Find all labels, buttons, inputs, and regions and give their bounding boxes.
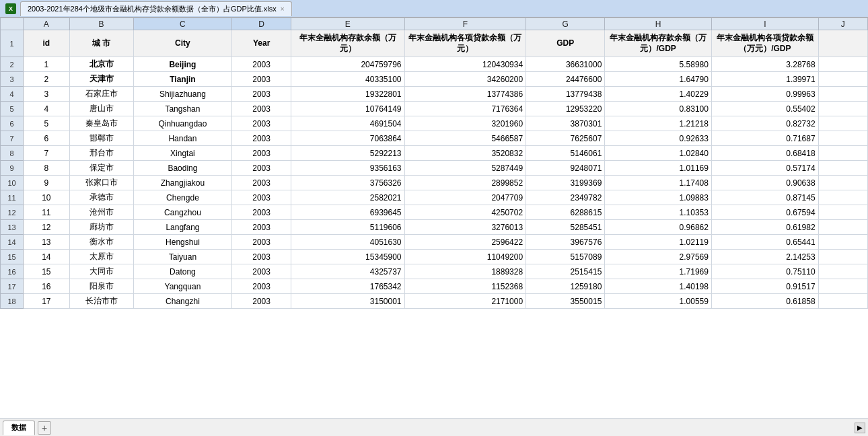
cell-d[interactable]: 2003 [232, 116, 291, 131]
cell-e[interactable]: 204759796 [291, 57, 404, 72]
cell-f[interactable]: 5287449 [404, 161, 526, 176]
cell-g[interactable]: 7625607 [526, 131, 605, 146]
cell-g[interactable]: 5157089 [526, 250, 605, 264]
cell-i[interactable]: 3.28768 [711, 57, 818, 72]
cell-h[interactable]: 1.09883 [605, 190, 712, 205]
cell-a[interactable]: 5 [24, 116, 69, 131]
cell-c[interactable]: Tangshan [133, 102, 231, 116]
cell-e[interactable]: 9356163 [291, 161, 404, 176]
cell-f[interactable]: 2171000 [404, 294, 526, 309]
cell-f[interactable]: 11049200 [404, 250, 526, 264]
cell-b[interactable]: 长治市市 [69, 294, 133, 309]
cell-i[interactable]: 0.87145 [711, 190, 818, 205]
cell-f[interactable]: 7176364 [404, 102, 526, 116]
cell-c[interactable]: Changzhi [133, 294, 231, 309]
cell-a[interactable]: 16 [24, 279, 69, 294]
cell-h[interactable]: 2.97569 [605, 250, 712, 264]
cell-e[interactable]: 4325737 [291, 264, 404, 279]
cell-d[interactable]: 2003 [232, 146, 291, 161]
cell-h[interactable]: 1.10353 [605, 205, 712, 220]
cell-e[interactable]: 4051630 [291, 235, 404, 250]
cell-a[interactable]: 3 [24, 87, 69, 102]
cell-f[interactable]: 3276013 [404, 220, 526, 235]
cell-e[interactable]: 15345900 [291, 250, 404, 264]
cell-h[interactable]: 5.58980 [605, 57, 712, 72]
cell-g[interactable]: 24476600 [526, 72, 605, 87]
cell-h[interactable]: 0.83100 [605, 102, 712, 116]
cell-a[interactable]: 12 [24, 220, 69, 235]
cell-a[interactable]: 14 [24, 250, 69, 264]
col-header-e[interactable]: E [291, 18, 404, 30]
cell-h[interactable]: 1.40229 [605, 87, 712, 102]
cell-a[interactable]: 7 [24, 146, 69, 161]
col-header-f[interactable]: F [404, 18, 526, 30]
close-tab-button[interactable]: × [281, 5, 285, 13]
cell-a[interactable]: 8 [24, 161, 69, 176]
cell-f[interactable]: 13774386 [404, 87, 526, 102]
cell-d[interactable]: 2003 [232, 220, 291, 235]
cell-f[interactable]: 34260200 [404, 72, 526, 87]
cell-f[interactable]: 3201960 [404, 116, 526, 131]
cell-g[interactable]: 13779438 [526, 87, 605, 102]
cell-d[interactable]: 2003 [232, 190, 291, 205]
cell-e[interactable]: 5119606 [291, 220, 404, 235]
cell-d[interactable]: 2003 [232, 57, 291, 72]
cell-i[interactable]: 1.39971 [711, 72, 818, 87]
cell-e[interactable]: 2582021 [291, 190, 404, 205]
cell-h[interactable]: 1.71969 [605, 264, 712, 279]
cell-b[interactable]: 邯郸市 [69, 131, 133, 146]
cell-c[interactable]: Shijiazhuang [133, 87, 231, 102]
col-header-d[interactable]: D [232, 18, 291, 30]
cell-a[interactable]: 6 [24, 131, 69, 146]
cell-b[interactable]: 唐山市 [69, 102, 133, 116]
cell-f[interactable]: 120430934 [404, 57, 526, 72]
cell-b[interactable]: 廊坊市 [69, 220, 133, 235]
cell-b[interactable]: 北京市 [69, 57, 133, 72]
cell-c[interactable]: Yangquan [133, 279, 231, 294]
col-header-i[interactable]: I [711, 18, 818, 30]
cell-d[interactable]: 2003 [232, 131, 291, 146]
cell-g[interactable]: 12953220 [526, 102, 605, 116]
cell-f[interactable]: 1152368 [404, 279, 526, 294]
cell-c[interactable]: Datong [133, 264, 231, 279]
cell-c[interactable]: Qinhuangdao [133, 116, 231, 131]
cell-h[interactable]: 1.02119 [605, 235, 712, 250]
cell-a[interactable]: 2 [24, 72, 69, 87]
cell-a[interactable]: 4 [24, 102, 69, 116]
cell-b[interactable]: 衡水市 [69, 235, 133, 250]
cell-c[interactable]: Xingtai [133, 146, 231, 161]
cell-g[interactable]: 3967576 [526, 235, 605, 250]
cell-e[interactable]: 6939645 [291, 205, 404, 220]
cell-i[interactable]: 0.90638 [711, 176, 818, 190]
cell-a[interactable]: 9 [24, 176, 69, 190]
cell-g[interactable]: 5146061 [526, 146, 605, 161]
cell-g[interactable]: 2349782 [526, 190, 605, 205]
cell-h[interactable]: 1.40198 [605, 279, 712, 294]
cell-g[interactable]: 9248071 [526, 161, 605, 176]
cell-a[interactable]: 1 [24, 57, 69, 72]
cell-a[interactable]: 17 [24, 294, 69, 309]
cell-g[interactable]: 36631000 [526, 57, 605, 72]
file-tab[interactable]: 2003-2021年284个地级市金融机构存贷款余额数据（全市）占GDP比值.x… [20, 1, 292, 16]
cell-d[interactable]: 2003 [232, 102, 291, 116]
cell-i[interactable]: 0.99963 [711, 87, 818, 102]
cell-e[interactable]: 10764149 [291, 102, 404, 116]
cell-e[interactable]: 3150001 [291, 294, 404, 309]
cell-g[interactable]: 2515415 [526, 264, 605, 279]
cell-d[interactable]: 2003 [232, 176, 291, 190]
cell-i[interactable]: 0.57174 [711, 161, 818, 176]
cell-c[interactable]: Taiyuan [133, 250, 231, 264]
cell-h[interactable]: 1.02840 [605, 146, 712, 161]
cell-f[interactable]: 3520832 [404, 146, 526, 161]
cell-b[interactable]: 秦皇岛市 [69, 116, 133, 131]
cell-i[interactable]: 0.82732 [711, 116, 818, 131]
cell-g[interactable]: 3870301 [526, 116, 605, 131]
cell-e[interactable]: 4691504 [291, 116, 404, 131]
cell-f[interactable]: 2596422 [404, 235, 526, 250]
cell-g[interactable]: 6288615 [526, 205, 605, 220]
cell-d[interactable]: 2003 [232, 279, 291, 294]
sheet-tab-data[interactable]: 数据 [3, 421, 35, 435]
cell-d[interactable]: 2003 [232, 294, 291, 309]
cell-b[interactable]: 太原市 [69, 250, 133, 264]
scroll-right-button[interactable]: ▶ [855, 423, 865, 433]
